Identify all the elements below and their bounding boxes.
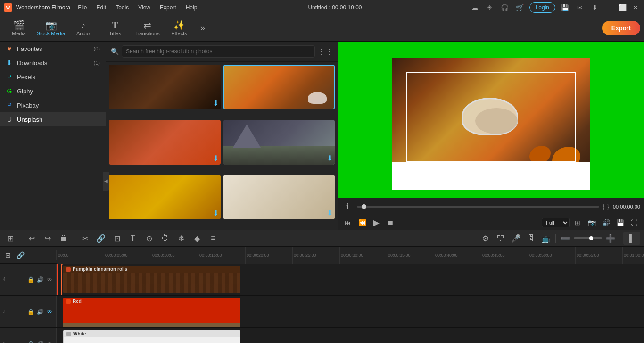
fullscreen-button[interactable]: ⛶ — [628, 217, 640, 229]
download-icon-3[interactable]: ⬇ — [213, 154, 219, 163]
menu-help[interactable]: Help — [182, 3, 201, 12]
media-thumb-4[interactable]: ⬇ — [223, 120, 335, 165]
plus-icon[interactable]: ➕ — [604, 232, 617, 245]
keyframe-button[interactable]: ◆ — [190, 232, 204, 245]
link-tl-button[interactable]: 🔗 — [15, 250, 25, 260]
bracket-in-icon[interactable]: { — [603, 203, 605, 210]
media-thumb-3[interactable]: ⬇ — [109, 120, 221, 165]
audio-icon-2[interactable]: 🔊 — [36, 340, 44, 343]
add-track-button[interactable]: ⊞ — [4, 232, 17, 245]
shop-icon[interactable]: 🛒 — [514, 2, 526, 13]
add-track-tl-button[interactable]: ⊞ — [3, 250, 13, 260]
login-button[interactable]: Login — [529, 2, 555, 13]
screenshot-button[interactable]: 📷 — [586, 217, 598, 229]
speed-button[interactable]: ⏱ — [158, 232, 172, 245]
crop-button[interactable]: ⊡ — [110, 232, 124, 245]
info-button[interactable]: ℹ — [342, 201, 353, 212]
media-thumb-1[interactable]: ⬇ — [109, 65, 221, 109]
volume-slider[interactable] — [574, 237, 602, 239]
color-button[interactable]: ⊙ — [142, 232, 156, 245]
download-icon-6[interactable]: ⬇ — [327, 209, 333, 218]
menu-edit[interactable]: Edit — [93, 3, 110, 12]
lock-icon-3[interactable]: 🔒 — [27, 308, 34, 316]
toolbar-stock-media[interactable]: 📷 Stock Media — [36, 16, 66, 41]
cloud-icon[interactable]: ☁ — [469, 2, 480, 13]
ruler-mark-12: 00:01:00:00 — [622, 247, 644, 264]
menu-export[interactable]: Export — [156, 3, 180, 12]
fit-screen-button[interactable]: ⊞ — [571, 217, 584, 229]
link-button[interactable]: 🔗 — [94, 232, 107, 245]
rewind-button[interactable]: ⏪ — [356, 217, 368, 229]
shield-icon[interactable]: 🛡 — [494, 232, 507, 245]
sidebar-item-giphy[interactable]: G Giphy — [0, 84, 106, 98]
maximize-button[interactable]: ⬜ — [618, 3, 627, 12]
clip-red[interactable]: Red — [63, 298, 240, 325]
search-input[interactable] — [122, 45, 315, 58]
toolbar-effects[interactable]: ✨ Effects — [164, 16, 194, 41]
audio-icon-3[interactable]: 🔊 — [36, 308, 44, 316]
screen-icon[interactable]: 📺 — [539, 232, 553, 245]
play-button[interactable]: ▶ — [370, 217, 382, 229]
divider-3 — [555, 234, 556, 243]
sidebar-item-downloads[interactable]: ⬇ Downloads (1) — [0, 56, 106, 70]
effects-setting-icon[interactable]: ⚙ — [479, 232, 492, 245]
sun-icon[interactable]: ☀ — [484, 2, 495, 13]
lock-icon-2[interactable]: 🔒 — [27, 340, 34, 343]
clip-white[interactable]: White — [63, 330, 240, 343]
minimize-button[interactable]: — — [604, 3, 614, 12]
eye-icon-4[interactable]: 👁 — [46, 276, 53, 284]
clip-pumpkin-cinnamon[interactable]: Pumpkin cinnamon rolls — [63, 266, 240, 293]
export-button[interactable]: Export — [602, 21, 640, 35]
redo-button[interactable]: ↪ — [41, 232, 54, 245]
grid-view-icon[interactable]: ⋮⋮ — [318, 47, 333, 56]
headphones-icon[interactable]: 🎧 — [499, 2, 511, 13]
toolbar-titles[interactable]: T Titles — [100, 16, 130, 41]
eye-icon-3[interactable]: 👁 — [46, 308, 53, 316]
menu-tools[interactable]: Tools — [112, 3, 132, 12]
prev-frame-button[interactable]: ⏮ — [342, 217, 354, 229]
mic-icon[interactable]: 🎤 — [509, 232, 522, 245]
panel-icon[interactable]: ▌ — [623, 232, 640, 245]
media-thumb-5[interactable]: ⬇ — [109, 175, 221, 219]
sidebar-item-favorites[interactable]: ♥ Favorites (0) — [0, 42, 106, 56]
download-icon-4[interactable]: ⬇ — [327, 154, 333, 163]
close-button[interactable]: ✕ — [631, 3, 640, 12]
sidebar-item-pexels[interactable]: P Pexels — [0, 70, 106, 84]
media-thumb-2[interactable] — [223, 65, 335, 109]
download-icon[interactable]: ⬇ — [589, 2, 601, 13]
zoom-selector[interactable]: Full 50% 75% 100% — [542, 218, 570, 227]
freeze-button[interactable]: ❄ — [174, 232, 188, 245]
bracket-out-icon[interactable]: } — [607, 203, 609, 210]
download-icon-1[interactable]: ⬇ — [213, 99, 219, 108]
volume-button[interactable]: 🔊 — [600, 217, 612, 229]
text-button[interactable]: T — [126, 232, 140, 245]
toolbar-media[interactable]: 🎬 Media — [4, 16, 34, 41]
preview-timeline-slider[interactable] — [357, 206, 599, 208]
media-thumb-6[interactable]: ⬇ — [223, 175, 335, 219]
mail-icon[interactable]: ✉ — [574, 2, 586, 13]
timeline-ruler[interactable]: 00:00 00:00:05:00 00:00:10:00 00:00:15:0… — [57, 247, 644, 264]
save-frame-button[interactable]: 💾 — [614, 217, 626, 229]
delete-button[interactable]: 🗑 — [57, 232, 70, 245]
remove-icon[interactable]: ➖ — [559, 232, 572, 245]
stop-button[interactable]: ⏹ — [384, 217, 396, 229]
menu-file[interactable]: File — [74, 3, 91, 12]
audio-icon-4[interactable]: 🔊 — [36, 276, 44, 284]
audio-mix-icon[interactable]: 🎛 — [524, 232, 537, 245]
panel-collapse-handle[interactable]: ◀ — [103, 172, 109, 191]
toolbar-transitions[interactable]: ⇄ Transitions — [132, 16, 162, 41]
cut-button[interactable]: ✂ — [78, 232, 91, 245]
left-panel: ♥ Favorites (0) ⬇ Downloads (1) P Pexels… — [0, 42, 106, 230]
lock-icon-4[interactable]: 🔒 — [27, 276, 34, 284]
settings-button[interactable]: ≡ — [206, 232, 220, 245]
save-icon[interactable]: 💾 — [559, 2, 570, 13]
sidebar-item-unsplash[interactable]: U Unsplash — [0, 112, 106, 126]
download-icon-5[interactable]: ⬇ — [213, 209, 219, 218]
toolbar-more-button[interactable]: » — [196, 22, 209, 35]
eye-icon-2[interactable]: 👁 — [46, 340, 53, 343]
ruler-mark-11: 00:00:55:00 — [575, 247, 599, 264]
sidebar-item-pixabay[interactable]: P Pixabay — [0, 98, 106, 112]
menu-view[interactable]: View — [134, 3, 154, 12]
undo-button[interactable]: ↩ — [25, 232, 38, 245]
toolbar-audio[interactable]: ♪ Audio — [68, 16, 98, 41]
